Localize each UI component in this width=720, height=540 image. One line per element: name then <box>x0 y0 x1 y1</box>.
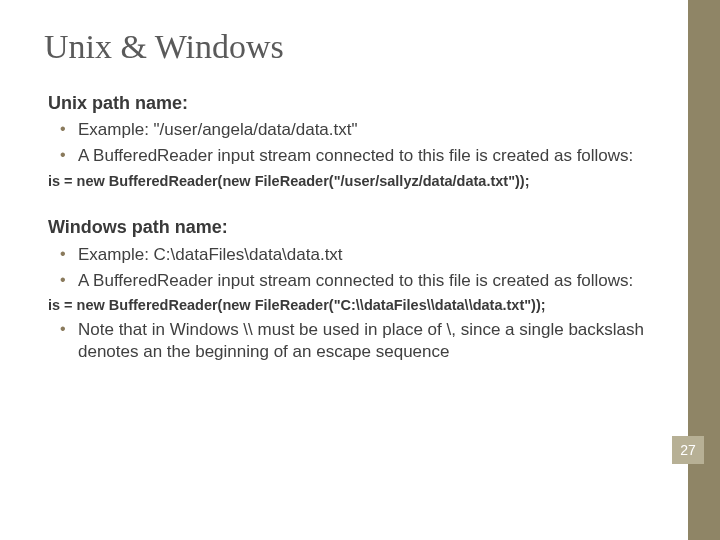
windows-list-cont: Note that in Windows \\ must be used in … <box>48 319 650 363</box>
list-item: A BufferedReader input stream connected … <box>78 270 650 292</box>
list-item: Example: "/user/angela/data/data.txt" <box>78 119 650 141</box>
list-item: A BufferedReader input stream connected … <box>78 145 650 167</box>
unix-heading: Unix path name: <box>48 92 650 115</box>
windows-list: Example: C:\dataFiles\data\data.txt A Bu… <box>48 244 650 292</box>
slide-title: Unix & Windows <box>0 0 720 66</box>
windows-heading: Windows path name: <box>48 216 650 239</box>
list-item: Note that in Windows \\ must be used in … <box>78 319 650 363</box>
unix-code: is = new BufferedReader(new FileReader("… <box>48 172 650 191</box>
slide-body: Unix path name: Example: "/user/angela/d… <box>0 66 720 363</box>
list-item: Example: C:\dataFiles\data\data.txt <box>78 244 650 266</box>
unix-list: Example: "/user/angela/data/data.txt" A … <box>48 119 650 167</box>
windows-code: is = new BufferedReader(new FileReader("… <box>48 296 650 315</box>
page-number-badge: 27 <box>672 436 704 464</box>
